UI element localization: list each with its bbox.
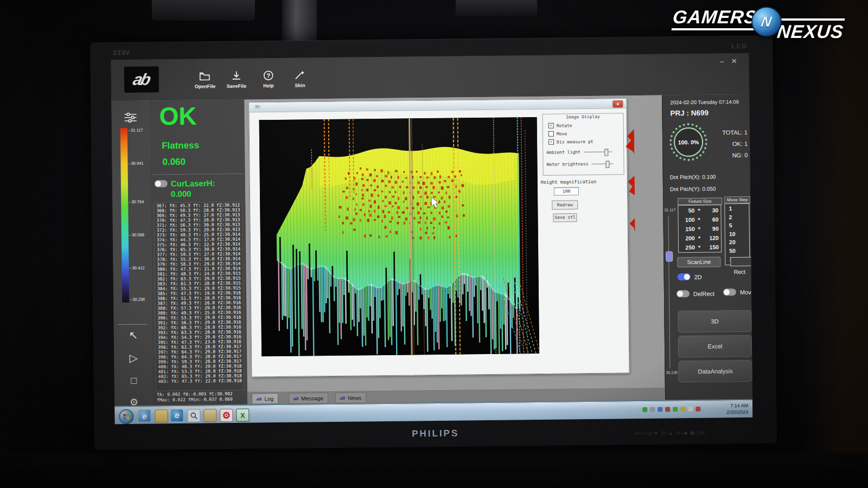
move-step-item[interactable]: 10: [729, 229, 749, 238]
tray-icon-check[interactable]: [642, 407, 647, 412]
taskbar-clock[interactable]: 7:14 AM 2/20/2024: [704, 402, 748, 416]
minimize-button[interactable]: –: [720, 57, 724, 65]
save-stl-button[interactable]: Save stl: [553, 213, 577, 222]
fit-coefficients: fA: 0.002 fB:-0.003 fC:30.902: [157, 391, 233, 397]
taskbar-icon-folder[interactable]: [155, 409, 168, 422]
ok-count: OK: 1: [710, 138, 748, 150]
colorbar-tick: 31.117: [128, 128, 143, 133]
status-panel: OK Flatness 0.060 CurLaserH: 0.000 367: …: [150, 100, 248, 406]
pointer-tool-icon[interactable]: ↖: [114, 329, 153, 341]
tray-icon-network[interactable]: [680, 407, 685, 412]
taskbar-icon-documents[interactable]: [203, 409, 216, 422]
tab-log[interactable]: ab Log: [252, 393, 278, 404]
water-brightness-label: Water brightness: [546, 162, 588, 167]
fixture-size-list[interactable]: 50*30100*60150*90200*120250*150: [678, 204, 722, 253]
rotate-checkbox[interactable]: ✓: [548, 123, 554, 129]
delrect-toggle[interactable]: [676, 290, 690, 297]
bench-bracket: [152, 0, 255, 21]
water-brightness-slider[interactable]: [592, 164, 614, 164]
red-spike-artifact: [627, 176, 635, 195]
start-button[interactable]: [119, 409, 133, 424]
tab-message[interactable]: ab Message: [289, 393, 328, 404]
ambient-light-slider[interactable]: [584, 152, 612, 153]
mdi-workspace: 3D ✕ Image Display ✓ Rotate Move: [244, 95, 665, 404]
divider: [118, 324, 148, 325]
fixture-size-row[interactable]: 50*30: [678, 206, 720, 215]
tab-logo-icon: ab: [293, 396, 299, 401]
counters: TOTAL: 1 OK: 1 NG: 0: [710, 127, 748, 162]
move-step-item[interactable]: 2: [729, 213, 749, 221]
taskbar-icon-edge[interactable]: e: [171, 409, 183, 421]
tray-icon-volume[interactable]: [688, 407, 693, 412]
rect-input-box[interactable]: [730, 257, 752, 266]
monitor-model-label: 223V: [113, 49, 130, 56]
slider-handle[interactable]: [666, 251, 673, 261]
height-magnification-input[interactable]: [554, 187, 579, 195]
openfile-button[interactable]: OpenFile: [189, 70, 221, 89]
tray-icon-alert[interactable]: [695, 407, 700, 412]
tray-icon-display[interactable]: [658, 407, 662, 412]
help-button[interactable]: ? Help: [253, 70, 284, 89]
move-step-list[interactable]: 125102050100: [724, 203, 750, 265]
image-display-group: Image Display ✓ Rotate Move ✓ Dis measur…: [542, 113, 624, 176]
log-entry: 403: fX: 47.3 fY: 22.0 fZ:30.918: [158, 378, 244, 384]
background-desk: [0, 453, 868, 488]
adjust-sliders-icon[interactable]: [123, 112, 137, 124]
move-step-item[interactable]: 20: [729, 238, 749, 247]
photo-scene: GAMERS N NEXUS 223V LED PHILIPS AUTO/▼ ⊡…: [0, 0, 868, 488]
taskbar-icon-excel[interactable]: X: [236, 409, 249, 422]
fixture-size-row[interactable]: 150*90: [679, 224, 721, 234]
scanline-button[interactable]: ScanLine: [677, 256, 720, 267]
delrect-toggle-row: DelRect: [676, 290, 714, 298]
viewer-title: 3D: [254, 104, 260, 109]
tray-icon-update[interactable]: [673, 407, 678, 412]
clock-time: 7:14 AM: [704, 402, 748, 409]
fixture-size-row[interactable]: 200*120: [679, 233, 721, 243]
monitor-osd-buttons[interactable]: AUTO/▼ ⊡/▲ ①/◀ ▦/OK: [635, 431, 706, 436]
taskbar-icon-search[interactable]: [187, 409, 200, 422]
move-checkbox-row[interactable]: Move: [548, 131, 567, 136]
3d-button[interactable]: 3D: [678, 310, 751, 332]
move-checkbox[interactable]: [548, 131, 554, 137]
tray-icon-audio[interactable]: [665, 407, 670, 412]
taskbar-icon-gear-app[interactable]: ⚙: [220, 409, 233, 422]
mov-toggle[interactable]: [723, 288, 736, 296]
curlaser-toggle[interactable]: [155, 180, 168, 187]
system-tray: [642, 407, 700, 412]
viewer-close-icon[interactable]: ✕: [612, 100, 623, 107]
rotate-checkbox-row[interactable]: ✓ Rotate: [548, 123, 572, 128]
app-toolbar: ab OpenFile SaveFile ?: [111, 53, 749, 101]
skin-button[interactable]: Skin: [284, 69, 316, 88]
colorbar-tick: 30.412: [129, 266, 144, 271]
savefile-button[interactable]: SaveFile: [221, 70, 252, 89]
play-start-icon[interactable]: ▷: [114, 352, 153, 363]
redraw-button[interactable]: Redraw: [552, 200, 578, 210]
fixture-size-row[interactable]: 250*150: [679, 242, 721, 252]
dis-measure-checkbox-row[interactable]: ✓ Dis measure pt: [548, 139, 593, 145]
move-step-item[interactable]: 50: [729, 246, 749, 255]
log-list[interactable]: 367: fX: 45.3 fY: 22.0 fZ:30.912368: fX:…: [154, 202, 245, 391]
excel-button[interactable]: Excel: [678, 335, 752, 357]
curlaser-label: CurLaserH:: [171, 178, 215, 188]
stop-square-icon[interactable]: □: [114, 375, 154, 386]
close-button[interactable]: ✕: [731, 57, 737, 65]
fixture-size-header: Fixture Size: [678, 197, 722, 205]
scale-top-label: 31.117: [664, 208, 675, 211]
screen: ab OpenFile SaveFile ?: [111, 53, 752, 424]
move-step-item[interactable]: 1: [729, 204, 749, 213]
dataanalysis-button[interactable]: DataAnalysis: [678, 360, 752, 382]
tray-icon-device[interactable]: [650, 407, 655, 412]
height-range-slider[interactable]: [668, 215, 670, 368]
image-display-title: Image Display: [563, 114, 603, 120]
taskbar-icon-internet-explorer[interactable]: e: [138, 409, 150, 421]
background-shadow-right: [803, 0, 868, 488]
dis-measure-checkbox[interactable]: ✓: [548, 139, 554, 145]
bench-post: [282, 0, 317, 46]
tab-news[interactable]: ab News: [335, 392, 367, 403]
surface-plot-3d[interactable]: [259, 117, 540, 356]
move-step-item[interactable]: 5: [729, 221, 749, 230]
2d-toggle[interactable]: [678, 273, 691, 280]
minmax-line: fMax: 0.022 fMin:-0.037 0.060: [157, 397, 233, 402]
magic-wand-icon: [294, 69, 306, 80]
fixture-size-row[interactable]: 100*60: [678, 215, 720, 224]
